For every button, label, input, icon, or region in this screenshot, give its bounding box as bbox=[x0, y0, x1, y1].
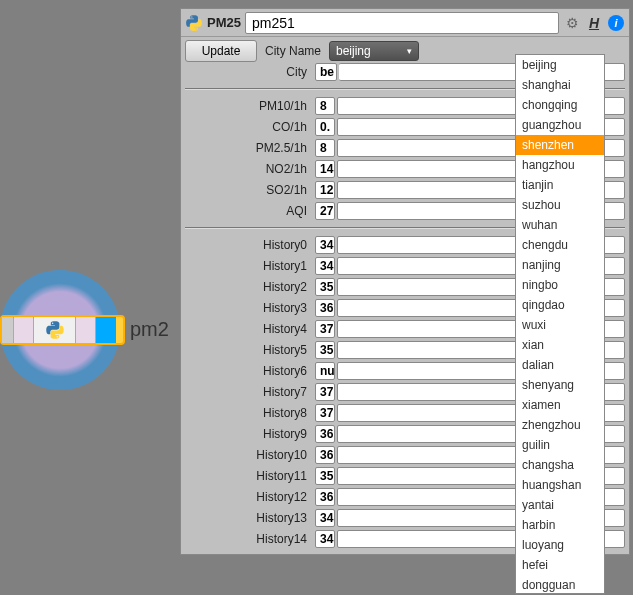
metric-value[interactable]: 14 bbox=[315, 160, 335, 178]
dropdown-item[interactable]: tianjin bbox=[516, 175, 604, 195]
history-label: History5 bbox=[185, 343, 315, 357]
history-value[interactable]: 37 bbox=[315, 320, 335, 338]
panel-header: PM25 ⚙ H i bbox=[181, 9, 629, 37]
metric-value[interactable]: 8 bbox=[315, 139, 335, 157]
history-label: History13 bbox=[185, 511, 315, 525]
dropdown-item[interactable]: harbin bbox=[516, 515, 604, 535]
dropdown-item[interactable]: hangzhou bbox=[516, 155, 604, 175]
dropdown-item[interactable]: beijing bbox=[516, 55, 604, 75]
dropdown-item[interactable]: dalian bbox=[516, 355, 604, 375]
dropdown-item[interactable]: suzhou bbox=[516, 195, 604, 215]
node-handle-left[interactable] bbox=[2, 317, 14, 343]
history-label: History1 bbox=[185, 259, 315, 273]
dropdown-item[interactable]: chengdu bbox=[516, 235, 604, 255]
dropdown-item[interactable]: ningbo bbox=[516, 275, 604, 295]
dropdown-item[interactable]: chongqing bbox=[516, 95, 604, 115]
history-value[interactable]: nu bbox=[315, 362, 335, 380]
dropdown-item[interactable]: wuhan bbox=[516, 215, 604, 235]
history-value[interactable]: 36 bbox=[315, 446, 335, 464]
history-value[interactable]: 36 bbox=[315, 299, 335, 317]
help-icon[interactable]: H bbox=[585, 14, 603, 32]
history-value[interactable]: 35 bbox=[315, 341, 335, 359]
history-label: History11 bbox=[185, 469, 315, 483]
dropdown-item[interactable]: shenyang bbox=[516, 375, 604, 395]
history-label: History12 bbox=[185, 490, 315, 504]
history-value[interactable]: 36 bbox=[315, 488, 335, 506]
metric-label: CO/1h bbox=[185, 120, 315, 134]
history-value[interactable]: 36 bbox=[315, 425, 335, 443]
history-label: History4 bbox=[185, 322, 315, 336]
metric-value[interactable]: 8 bbox=[315, 97, 335, 115]
metric-label: AQI bbox=[185, 204, 315, 218]
dropdown-item[interactable]: huangshan bbox=[516, 475, 604, 495]
history-value[interactable]: 37 bbox=[315, 383, 335, 401]
history-label: History3 bbox=[185, 301, 315, 315]
history-label: History0 bbox=[185, 238, 315, 252]
metric-value[interactable]: 12 bbox=[315, 181, 335, 199]
dropdown-item[interactable]: yantai bbox=[516, 495, 604, 515]
history-value[interactable]: 34 bbox=[315, 530, 335, 548]
city-label: City bbox=[185, 65, 315, 79]
dropdown-selected: beijing bbox=[336, 44, 371, 58]
dropdown-item[interactable]: nanjing bbox=[516, 255, 604, 275]
city-value[interactable]: be bbox=[315, 63, 337, 81]
node-box[interactable] bbox=[0, 315, 125, 345]
node-port-out[interactable] bbox=[76, 317, 96, 343]
history-label: History10 bbox=[185, 448, 315, 462]
history-value[interactable]: 34 bbox=[315, 257, 335, 275]
dropdown-item[interactable]: qingdao bbox=[516, 295, 604, 315]
node-port-in[interactable] bbox=[14, 317, 34, 343]
dropdown-item[interactable]: zhengzhou bbox=[516, 415, 604, 435]
node-handle-right[interactable] bbox=[96, 317, 116, 343]
history-value[interactable]: 37 bbox=[315, 404, 335, 422]
dropdown-item[interactable]: wuxi bbox=[516, 315, 604, 335]
history-value[interactable]: 34 bbox=[315, 509, 335, 527]
chevron-down-icon: ▾ bbox=[407, 46, 412, 56]
city-dropdown[interactable]: beijing ▾ bbox=[329, 41, 419, 61]
node-label: pm2 bbox=[130, 318, 169, 341]
metric-label: SO2/1h bbox=[185, 183, 315, 197]
metric-label: PM10/1h bbox=[185, 99, 315, 113]
update-button[interactable]: Update bbox=[185, 40, 257, 62]
dropdown-list[interactable]: beijingshanghaichongqingguangzhoushenzhe… bbox=[515, 54, 605, 594]
node-icon-cell bbox=[34, 317, 76, 343]
dropdown-item[interactable]: xiamen bbox=[516, 395, 604, 415]
dropdown-item[interactable]: xian bbox=[516, 335, 604, 355]
dropdown-item[interactable]: dongguan bbox=[516, 575, 604, 595]
dropdown-item[interactable]: shenzhen bbox=[516, 135, 604, 155]
dropdown-item[interactable]: changsha bbox=[516, 455, 604, 475]
history-label: History6 bbox=[185, 364, 315, 378]
dropdown-item[interactable]: shanghai bbox=[516, 75, 604, 95]
metric-value[interactable]: 0. bbox=[315, 118, 335, 136]
history-label: History9 bbox=[185, 427, 315, 441]
python-icon bbox=[185, 14, 203, 32]
dropdown-item[interactable]: guilin bbox=[516, 435, 604, 455]
history-label: History2 bbox=[185, 280, 315, 294]
gear-icon[interactable]: ⚙ bbox=[563, 14, 581, 32]
history-label: History8 bbox=[185, 406, 315, 420]
node-name-input[interactable] bbox=[245, 12, 559, 34]
metric-value[interactable]: 27 bbox=[315, 202, 335, 220]
python-icon bbox=[45, 320, 65, 340]
metric-label: NO2/1h bbox=[185, 162, 315, 176]
dropdown-item[interactable]: luoyang bbox=[516, 535, 604, 555]
dropdown-item[interactable]: guangzhou bbox=[516, 115, 604, 135]
dropdown-item[interactable]: hefei bbox=[516, 555, 604, 575]
city-name-label: City Name bbox=[265, 44, 329, 58]
history-value[interactable]: 35 bbox=[315, 467, 335, 485]
history-label: History14 bbox=[185, 532, 315, 546]
history-label: History7 bbox=[185, 385, 315, 399]
panel-title: PM25 bbox=[207, 15, 241, 30]
history-value[interactable]: 34 bbox=[315, 236, 335, 254]
history-value[interactable]: 35 bbox=[315, 278, 335, 296]
info-icon[interactable]: i bbox=[607, 14, 625, 32]
metric-label: PM2.5/1h bbox=[185, 141, 315, 155]
